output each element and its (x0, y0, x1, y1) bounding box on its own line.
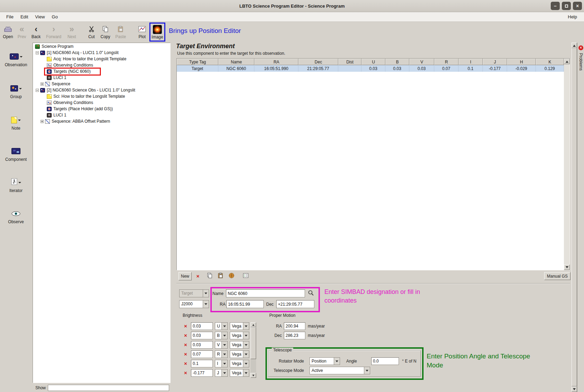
brightness-band-select[interactable]: V (215, 341, 228, 349)
scroll-down-icon[interactable] (251, 373, 256, 378)
brightness-band-select[interactable]: R (215, 350, 228, 358)
plot-button[interactable]: Plot (135, 23, 149, 41)
col-header-j[interactable]: J (483, 59, 507, 65)
brightness-system-select[interactable]: Vega (230, 332, 249, 339)
paste-button[interactable]: Paste (113, 23, 128, 41)
tree-row-science-program[interactable]: Science Program (35, 43, 75, 50)
col-header-h[interactable]: H (507, 59, 536, 65)
tree-row-observation-1[interactable]: [1] NGC6060 Acq - LUCI1 1.0" Longslit (36, 50, 120, 56)
menu-file[interactable]: File (3, 12, 17, 21)
brightness-value-input[interactable] (191, 341, 213, 349)
remove-brightness-button[interactable]: × (184, 361, 187, 366)
brightness-band-select[interactable]: J (215, 369, 228, 377)
coord-system-select[interactable]: J2000 (179, 300, 209, 308)
back-button[interactable]: ‹ Back (29, 23, 43, 41)
brightness-value-input[interactable] (191, 350, 213, 358)
brightness-system-select[interactable]: Vega (230, 360, 249, 367)
show-filter-input[interactable] (48, 385, 169, 391)
tree-row-luci1-2[interactable]: LUCI 1 (47, 112, 67, 118)
sidebar-item-observe[interactable]: Observe (0, 209, 32, 224)
tree-row-targets-placeholder[interactable]: Targets (Place Holder (add GS)) (47, 106, 114, 112)
forward-button[interactable]: › Forward (44, 23, 63, 41)
col-header-dec[interactable]: Dec (298, 59, 338, 65)
remove-brightness-button[interactable]: × (184, 342, 187, 347)
scroll-down-icon[interactable] (564, 264, 570, 270)
col-header-k[interactable]: K (536, 59, 564, 65)
maximize-button[interactable] (562, 2, 571, 10)
tree-row-acq-note[interactable]: Acq: How to tailor the Longslit Template (47, 56, 128, 62)
col-header-name[interactable]: Name (218, 59, 254, 65)
image-button[interactable]: Image (151, 24, 164, 41)
minimize-button[interactable]: – (551, 2, 560, 10)
menu-help[interactable]: Help (564, 12, 581, 21)
brightness-system-select[interactable]: Vega (230, 341, 249, 349)
menu-view[interactable]: View (32, 12, 48, 21)
brightness-value-input[interactable] (191, 369, 213, 377)
pm-ra-input[interactable] (284, 322, 305, 330)
scroll-up-icon[interactable] (572, 43, 577, 48)
col-header-r[interactable]: R (434, 59, 459, 65)
tree-row-observing-conditions-2[interactable]: Observing Conditions (47, 99, 94, 106)
target-type-select[interactable]: Target (179, 289, 209, 297)
scroll-down-icon[interactable] (572, 386, 577, 392)
target-table-row[interactable]: Target NGC 6060 16:05:51.990 21:29:05.77… (177, 65, 564, 72)
problems-tab[interactable]: × Problems (577, 43, 584, 392)
brightness-system-select[interactable]: Vega (230, 350, 249, 358)
expand-icon[interactable] (41, 120, 44, 123)
scrollbar-thumb[interactable] (251, 327, 256, 359)
target-list-button[interactable] (242, 272, 250, 280)
tree-row-sci-note[interactable]: Sci: How to tailor the Longslit Template (47, 93, 126, 99)
remove-brightness-button[interactable]: × (184, 333, 187, 338)
sidebar-item-iterator[interactable]: Iterator (0, 178, 32, 193)
scroll-up-icon[interactable] (251, 322, 256, 327)
remove-brightness-button[interactable]: × (184, 352, 187, 357)
tree-row-observation-2[interactable]: [2] NGC6060 Science Obs - LUCI1 1.0" Lon… (36, 87, 136, 93)
table-scrollbar[interactable] (564, 59, 570, 270)
brightness-value-input[interactable] (191, 360, 213, 367)
remove-target-button[interactable]: × (194, 272, 202, 280)
catalog-lookup-button[interactable] (227, 272, 236, 280)
copy-button[interactable]: Copy (98, 23, 112, 41)
remove-brightness-button[interactable]: × (184, 371, 187, 375)
tree-row-sequence-abba[interactable]: Sequence: ABBA Offset Pattern (41, 118, 111, 124)
cut-button[interactable]: Cut (85, 23, 98, 41)
next-button[interactable]: » Next (64, 23, 79, 41)
brightness-band-select[interactable]: I (215, 360, 228, 367)
col-header-type-tag[interactable]: Type Tag (177, 59, 218, 65)
brightness-band-select[interactable]: U (215, 322, 228, 330)
rotator-mode-select[interactable]: Position (310, 357, 340, 365)
pm-dec-input[interactable] (284, 332, 305, 339)
brightness-system-select[interactable]: Vega (230, 369, 249, 377)
copy-target-button[interactable] (206, 272, 214, 280)
menu-edit[interactable]: Edit (17, 12, 32, 21)
paste-target-button[interactable] (216, 272, 225, 280)
collapse-icon[interactable] (36, 89, 39, 92)
col-header-v[interactable]: V (409, 59, 434, 65)
col-header-ra[interactable]: RA (254, 59, 298, 65)
sidebar-item-observation[interactable]: Observation (0, 52, 32, 67)
brightness-band-select[interactable]: B (215, 332, 228, 339)
open-button[interactable]: Open (1, 23, 15, 41)
expand-icon[interactable] (41, 82, 44, 86)
brightness-value-input[interactable] (191, 332, 213, 339)
col-header-b[interactable]: B (385, 59, 409, 65)
remove-brightness-button[interactable]: × (184, 324, 187, 329)
manual-gs-button[interactable]: Manual GS (544, 272, 570, 280)
brightness-system-select[interactable]: Vega (230, 322, 249, 330)
col-header-i[interactable]: I (459, 59, 483, 65)
collapse-icon[interactable] (36, 51, 39, 54)
telescope-mode-select[interactable]: Active (310, 367, 370, 374)
scrollbar-thumb[interactable] (572, 48, 577, 386)
col-header-dist[interactable]: Dist (338, 59, 361, 65)
tree-row-sequence-1[interactable]: Sequence (41, 81, 71, 87)
editor-scrollbar[interactable] (572, 43, 577, 392)
angle-input[interactable] (371, 357, 399, 365)
sidebar-item-group[interactable]: Group (0, 84, 32, 99)
prev-button[interactable]: « Prev (15, 23, 28, 41)
brightness-scrollbar[interactable] (251, 322, 256, 378)
close-button[interactable]: × (573, 2, 582, 10)
brightness-value-input[interactable] (191, 322, 213, 330)
new-target-button[interactable]: New (178, 272, 192, 280)
sidebar-item-note[interactable]: Note (0, 116, 32, 131)
col-header-u[interactable]: U (361, 59, 385, 65)
